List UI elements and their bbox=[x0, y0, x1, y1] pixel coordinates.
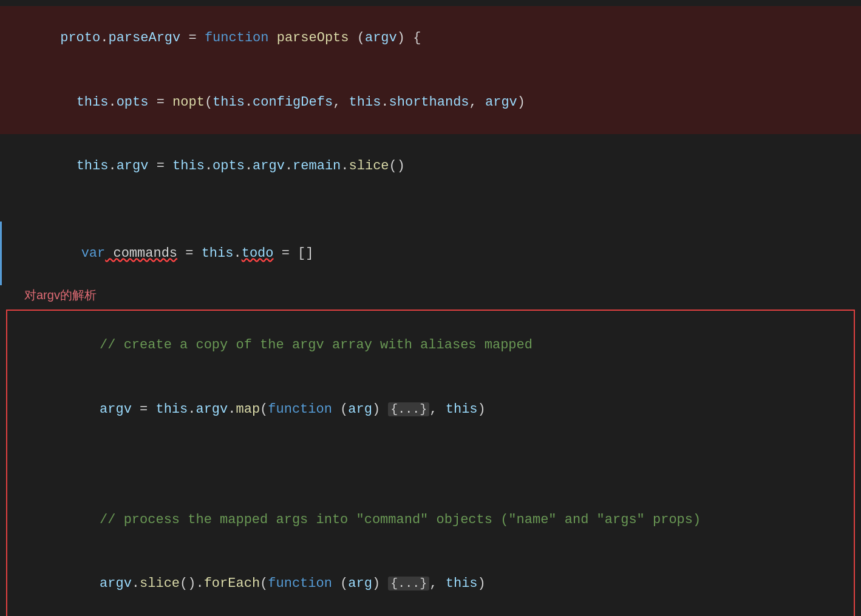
code-line-2: this.opts = nopt(this.configDefs, this.s… bbox=[0, 70, 861, 135]
code-line-3: this.argv = this.opts.argv.remain.slice(… bbox=[0, 134, 861, 198]
code-argv-map: argv = this.argv.map(function (arg) {...… bbox=[7, 377, 854, 442]
box1-empty-1 bbox=[7, 441, 854, 464]
comment-line-1: // create a copy of the argv array with … bbox=[7, 313, 854, 377]
argv-section-box: // create a copy of the argv array with … bbox=[6, 310, 855, 616]
box1-empty-2 bbox=[7, 464, 854, 487]
code-editor: proto.parseArgv = function parseOpts (ar… bbox=[0, 0, 861, 616]
code-line-commands: var commands = this.todo = [] bbox=[0, 222, 861, 286]
argv-annotation-label: 对argv的解析 bbox=[24, 285, 97, 305]
left-accent-bar bbox=[0, 222, 2, 286]
code-line-1: proto.parseArgv = function parseOpts (ar… bbox=[0, 6, 861, 70]
code-argv-foreach: argv.slice().forEach(function (arg) {...… bbox=[7, 552, 854, 616]
comment-line-2: // process the mapped args into "command… bbox=[7, 487, 854, 552]
argv-annotation-line: 对argv的解析 bbox=[0, 285, 861, 308]
empty-line-4 bbox=[0, 198, 861, 222]
